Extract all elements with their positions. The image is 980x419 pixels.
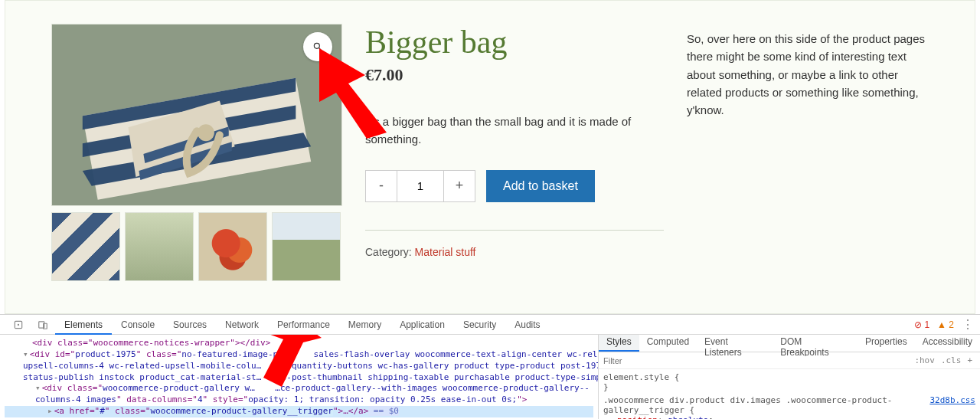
zoom-trigger[interactable] — [303, 32, 332, 61]
elements-dom-tree[interactable]: <div class="woocommerce-notices-wrapper"… — [0, 335, 599, 419]
currency-symbol: € — [365, 65, 374, 84]
tab-audits[interactable]: Audits — [505, 315, 549, 335]
product-summary: Bigger bag €7.00 It's a bigger bag than … — [365, 24, 664, 283]
tab-performance[interactable]: Performance — [268, 315, 339, 335]
devtools-more-icon[interactable]: ⋮ — [962, 317, 974, 332]
thumbnail-2[interactable] — [125, 212, 194, 281]
product-main-image[interactable] — [51, 24, 342, 206]
add-to-basket-button[interactable]: Add to basket — [486, 170, 595, 202]
qty-minus-button[interactable]: - — [365, 170, 397, 202]
price-amount: 7.00 — [374, 65, 403, 84]
tab-security[interactable]: Security — [454, 315, 505, 335]
devtools-panel: Elements Console Sources Network Perform… — [0, 314, 980, 419]
selected-dom-node[interactable]: <a href="#" class="woocommerce-product-g… — [5, 406, 593, 417]
product-meta: Category: Material stuff — [365, 246, 664, 258]
styles-filter-input[interactable] — [603, 356, 911, 365]
css-rules[interactable]: element.style { } 32d8b.css .woocommerce… — [599, 369, 980, 419]
tab-network[interactable]: Network — [216, 315, 268, 335]
tab-memory[interactable]: Memory — [339, 315, 390, 335]
new-rule-button[interactable]: + — [964, 355, 975, 365]
inspect-icon[interactable] — [6, 319, 31, 330]
tab-console[interactable]: Console — [112, 315, 164, 335]
category-link[interactable]: Material stuff — [415, 246, 476, 258]
stab-dom-breakpoints[interactable]: DOM Breakpoints — [773, 335, 858, 352]
product-gallery — [51, 24, 342, 283]
qty-plus-button[interactable]: + — [443, 170, 475, 202]
device-toggle-icon[interactable] — [31, 319, 55, 330]
hov-toggle[interactable]: :hov — [911, 355, 938, 365]
stab-properties[interactable]: Properties — [858, 335, 915, 352]
category-label: Category: — [365, 246, 415, 258]
stab-styles[interactable]: Styles — [599, 335, 639, 352]
stylesheet-link[interactable]: 32d8b.css — [929, 395, 975, 405]
svg-point-8 — [198, 124, 214, 141]
product-price: €7.00 — [365, 65, 664, 85]
qty-input[interactable] — [397, 170, 443, 202]
warning-count[interactable]: ▲ 2 — [937, 319, 954, 330]
stab-accessibility[interactable]: Accessibility — [915, 335, 980, 352]
thumbnail-3[interactable] — [198, 212, 267, 281]
thumbnail-row — [51, 212, 342, 281]
product-title: Bigger bag — [365, 24, 664, 61]
thumbnail-1[interactable] — [51, 212, 120, 281]
tab-elements[interactable]: Elements — [55, 315, 112, 335]
styles-pane: Styles Computed Event Listeners DOM Brea… — [599, 335, 980, 419]
stab-event-listeners[interactable]: Event Listeners — [697, 335, 773, 352]
tab-application[interactable]: Application — [390, 315, 454, 335]
divider — [365, 230, 664, 231]
product-description: It's a bigger bag than the small bag and… — [365, 113, 664, 149]
add-to-cart-form: - + Add to basket — [365, 170, 664, 202]
tab-sources[interactable]: Sources — [164, 315, 216, 335]
svg-line-10 — [319, 48, 322, 51]
sidebar-note: So, over here on this side of the produc… — [687, 24, 929, 283]
magnify-icon — [312, 41, 323, 52]
thumbnail-4[interactable] — [272, 212, 341, 281]
stab-computed[interactable]: Computed — [639, 335, 697, 352]
devtools-tabbar: Elements Console Sources Network Perform… — [0, 315, 980, 335]
cls-toggle[interactable]: .cls — [938, 355, 965, 365]
svg-point-13 — [18, 323, 19, 325]
error-count[interactable]: ⊘ 1 — [914, 319, 929, 330]
svg-point-9 — [314, 43, 319, 48]
